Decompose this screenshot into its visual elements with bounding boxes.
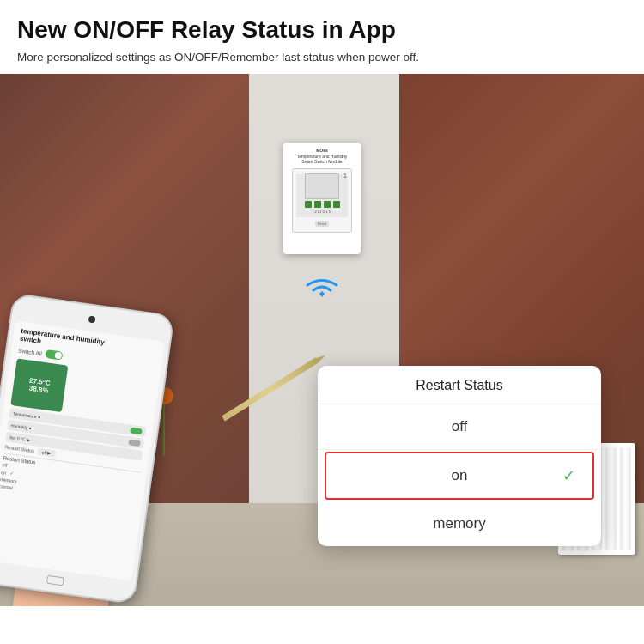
smart-switch-module: MOes Temperature and HumiditySmart Switc… bbox=[283, 143, 361, 254]
reset-button[interactable]: Reset bbox=[315, 221, 329, 227]
terminal bbox=[333, 201, 340, 208]
gauge-display: 27.5°C 38.8% bbox=[10, 359, 68, 413]
header-section: New ON/OFF Relay Status in App More pers… bbox=[0, 0, 644, 74]
toggle-mini bbox=[130, 428, 143, 435]
wifi-icon bbox=[301, 271, 343, 301]
restart-status-chip[interactable]: off ▶ bbox=[37, 448, 56, 458]
set-value-label: Set 0 °C ▶ bbox=[9, 435, 31, 443]
check-icon-small: ✓ bbox=[9, 471, 16, 477]
module-diagram: L2 L1 G L N bbox=[296, 174, 348, 217]
scene-area: MOes Temperature and HumiditySmart Switc… bbox=[0, 74, 644, 606]
phone-screen: temperature and humidityswitch Switch Al… bbox=[0, 321, 165, 581]
terminal bbox=[324, 201, 331, 208]
popup-option-on[interactable]: on ✓ bbox=[325, 452, 594, 500]
popup-title: Restart Status bbox=[416, 378, 502, 392]
terminal bbox=[314, 201, 321, 208]
radiator-fin bbox=[620, 447, 631, 550]
module-brand: MOes Temperature and HumiditySmart Switc… bbox=[297, 148, 348, 165]
popup-option-memory-label: memory bbox=[433, 515, 485, 532]
phone-home-button[interactable] bbox=[46, 575, 64, 586]
popup-title-bar: Restart Status bbox=[318, 366, 601, 404]
radiator-fin bbox=[605, 447, 617, 550]
humidity-value: 38.8% bbox=[28, 385, 49, 395]
popup-option-off-label: off bbox=[452, 418, 468, 435]
restart-status-popup: Restart Status off on ✓ memory bbox=[318, 366, 601, 546]
module-body: 1 L2 L1 G L N Reset bbox=[292, 168, 352, 233]
phone-body: temperature and humidityswitch Switch Al… bbox=[0, 293, 175, 605]
temp-row-label: Temperature ● bbox=[13, 411, 41, 420]
module-number: 1 bbox=[343, 173, 347, 179]
switch-all-toggle[interactable] bbox=[45, 349, 63, 361]
main-title: New ON/OFF Relay Status in App bbox=[17, 15, 627, 45]
terminal bbox=[305, 201, 312, 208]
popup-option-on-label: on bbox=[452, 467, 468, 484]
phone-camera bbox=[88, 316, 96, 324]
popup-option-memory[interactable]: memory bbox=[318, 501, 601, 546]
sub-title: More personalized settings as ON/OFF/Rem… bbox=[17, 50, 627, 66]
restart-status-label: Restart Status bbox=[4, 445, 34, 454]
check-mark-icon: ✓ bbox=[562, 466, 575, 485]
humidity-toggle bbox=[128, 439, 141, 447]
humidity-row-label: Humidity ● bbox=[11, 423, 32, 431]
switch-all-label: Switch All bbox=[18, 347, 43, 356]
popup-option-off[interactable]: off bbox=[318, 404, 601, 450]
